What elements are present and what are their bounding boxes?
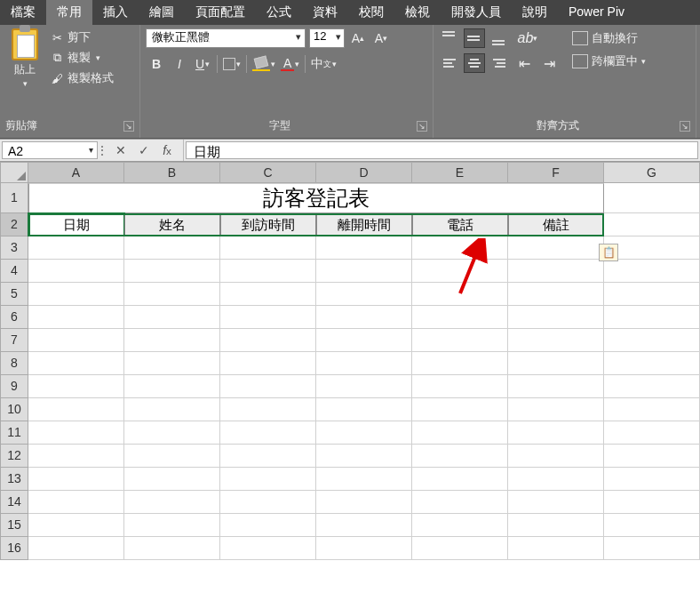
cell-b6[interactable]	[124, 306, 220, 329]
cell-b14[interactable]	[124, 491, 220, 514]
cell-e10[interactable]	[412, 398, 508, 421]
cell-c14[interactable]	[220, 491, 316, 514]
cell-g6[interactable]	[604, 306, 700, 329]
tab-powerpivot[interactable]: Power Piv	[558, 0, 635, 25]
cell-c2[interactable]: 到訪時間	[220, 213, 316, 236]
cell-f3[interactable]	[508, 236, 604, 260]
increase-indent-button[interactable]: ⇥	[538, 53, 560, 73]
cell-b2[interactable]: 姓名	[124, 213, 220, 236]
tab-layout[interactable]: 頁面配置	[185, 0, 256, 25]
cell-c3[interactable]	[220, 236, 316, 260]
cell-c8[interactable]	[220, 352, 316, 375]
cell-c16[interactable]	[220, 537, 316, 560]
col-header-d[interactable]: D	[316, 162, 412, 183]
cell-e16[interactable]	[412, 537, 508, 560]
cell-d7[interactable]	[316, 329, 412, 352]
col-header-a[interactable]: A	[28, 162, 124, 183]
cell-e4[interactable]	[412, 260, 508, 283]
row-header-11[interactable]: 11	[0, 421, 28, 445]
cell-c15[interactable]	[220, 514, 316, 537]
cut-button[interactable]: ✂ 剪下	[48, 28, 115, 46]
cell-e14[interactable]	[412, 491, 508, 514]
row-header-6[interactable]: 6	[0, 306, 28, 329]
underline-button[interactable]: U▾	[192, 53, 213, 75]
cell-d11[interactable]	[316, 421, 412, 445]
cell-f16[interactable]	[508, 537, 604, 560]
row-header-10[interactable]: 10	[0, 398, 28, 421]
row-header-7[interactable]: 7	[0, 329, 28, 352]
cell-g3[interactable]	[604, 236, 700, 260]
align-right-button[interactable]	[489, 53, 510, 73]
cell-a8[interactable]	[28, 352, 124, 375]
copy-button[interactable]: ⧉ 複製 ▾	[48, 49, 115, 67]
cell-g12[interactable]	[604, 445, 700, 468]
row-header-2[interactable]: 2	[0, 213, 28, 236]
cell-a1-merged[interactable]: 訪客登記表	[28, 183, 604, 213]
italic-button[interactable]: I	[169, 53, 190, 75]
cell-a9[interactable]	[28, 375, 124, 398]
border-button[interactable]: ▾	[221, 53, 243, 75]
cell-d13[interactable]	[316, 468, 412, 491]
phonetic-button[interactable]: 中文▾	[309, 53, 338, 75]
wrap-text-button[interactable]: 自動換行	[569, 30, 649, 46]
cell-g15[interactable]	[604, 514, 700, 537]
cell-d10[interactable]	[316, 398, 412, 421]
cell-g14[interactable]	[604, 491, 700, 514]
format-painter-button[interactable]: 🖌 複製格式	[48, 69, 115, 87]
name-box[interactable]: A2	[2, 141, 98, 159]
decrease-indent-button[interactable]: ⇤	[513, 53, 535, 73]
cell-c7[interactable]	[220, 329, 316, 352]
cell-e6[interactable]	[412, 306, 508, 329]
cell-g4[interactable]	[604, 260, 700, 283]
cell-b4[interactable]	[124, 260, 220, 283]
cell-f12[interactable]	[508, 445, 604, 468]
align-top-button[interactable]	[439, 28, 460, 48]
tab-developer[interactable]: 開發人員	[441, 0, 512, 25]
cell-f6[interactable]	[508, 306, 604, 329]
cell-g8[interactable]	[604, 352, 700, 375]
cell-c10[interactable]	[220, 398, 316, 421]
cell-e11[interactable]	[412, 421, 508, 445]
tab-formulas[interactable]: 公式	[256, 0, 302, 25]
fx-button[interactable]: fx	[158, 141, 176, 159]
formula-input[interactable]: 日期	[186, 141, 698, 159]
row-header-1[interactable]: 1	[0, 183, 28, 213]
row-header-16[interactable]: 16	[0, 537, 28, 560]
cell-d12[interactable]	[316, 445, 412, 468]
cell-a5[interactable]	[28, 283, 124, 306]
cell-d6[interactable]	[316, 306, 412, 329]
cell-a13[interactable]	[28, 468, 124, 491]
cell-g7[interactable]	[604, 329, 700, 352]
col-header-b[interactable]: B	[124, 162, 220, 183]
row-header-5[interactable]: 5	[0, 283, 28, 306]
row-header-13[interactable]: 13	[0, 468, 28, 491]
cell-g5[interactable]	[604, 283, 700, 306]
cell-d3[interactable]	[316, 236, 412, 260]
cell-c11[interactable]	[220, 421, 316, 445]
cell-g11[interactable]	[604, 421, 700, 445]
row-header-12[interactable]: 12	[0, 445, 28, 468]
tab-file[interactable]: 檔案	[0, 0, 46, 25]
align-left-button[interactable]	[439, 53, 460, 73]
cell-g16[interactable]	[604, 537, 700, 560]
clipboard-dialog-launcher[interactable]: ↘	[123, 121, 134, 132]
cell-f4[interactable]	[508, 260, 604, 283]
cell-f11[interactable]	[508, 421, 604, 445]
cell-d4[interactable]	[316, 260, 412, 283]
font-name-select[interactable]: 微軟正黑體	[146, 28, 306, 48]
cell-f9[interactable]	[508, 375, 604, 398]
cell-c4[interactable]	[220, 260, 316, 283]
cell-d2[interactable]: 離開時間	[316, 213, 412, 236]
cell-f13[interactable]	[508, 468, 604, 491]
cell-e15[interactable]	[412, 514, 508, 537]
row-header-15[interactable]: 15	[0, 514, 28, 537]
cell-e13[interactable]	[412, 468, 508, 491]
col-header-c[interactable]: C	[220, 162, 316, 183]
row-header-8[interactable]: 8	[0, 352, 28, 375]
cell-d14[interactable]	[316, 491, 412, 514]
cell-a16[interactable]	[28, 537, 124, 560]
cell-e8[interactable]	[412, 352, 508, 375]
cell-a11[interactable]	[28, 421, 124, 445]
fill-color-button[interactable]: ▾	[251, 53, 277, 75]
cell-b13[interactable]	[124, 468, 220, 491]
